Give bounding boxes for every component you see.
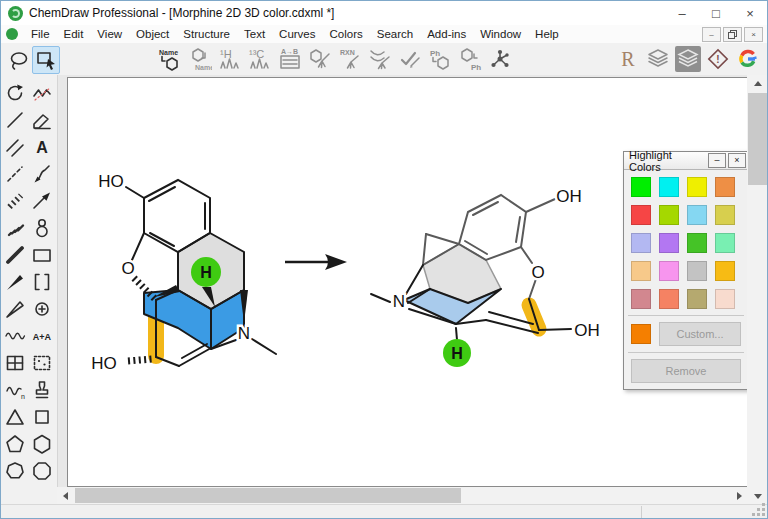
palette-title-bar[interactable]: Highlight Colors – × — [624, 152, 748, 170]
layers-button[interactable] — [645, 46, 671, 72]
vertical-scroll-thumb[interactable] — [748, 93, 768, 185]
color-swatch[interactable] — [715, 233, 735, 253]
menu-help[interactable]: Help — [528, 26, 566, 42]
mdi-restore-button[interactable] — [723, 27, 742, 42]
color-swatch[interactable] — [659, 205, 679, 225]
vertical-scrollbar[interactable] — [747, 75, 768, 504]
multiple-bond-tool[interactable] — [3, 135, 27, 159]
check-structure-button[interactable] — [397, 46, 423, 72]
color-swatch[interactable] — [631, 177, 651, 197]
rotate-tool[interactable] — [3, 81, 27, 105]
close-button[interactable]: × — [733, 2, 767, 24]
clean-up-biopolymer-button[interactable] — [367, 46, 393, 72]
horizontal-scrollbar[interactable] — [57, 487, 747, 504]
palette-close-button[interactable]: × — [728, 153, 746, 168]
scroll-left-arrow[interactable] — [57, 487, 73, 504]
palette-minimize-button[interactable]: – — [708, 153, 726, 168]
cyclohexane-tool[interactable] — [30, 432, 54, 456]
menu-curves[interactable]: Curves — [272, 26, 322, 42]
charge-tool[interactable] — [30, 297, 54, 321]
cyclobutane-tool[interactable] — [30, 405, 54, 429]
warning-button[interactable]: ! — [705, 46, 731, 72]
chain-tool[interactable] — [30, 81, 54, 105]
structure-to-name-button[interactable]: Name — [187, 46, 213, 72]
menu-edit[interactable]: Edit — [57, 26, 91, 42]
bold-bond-tool[interactable] — [3, 243, 27, 267]
bracket-tool[interactable] — [30, 270, 54, 294]
cyclopentane-tool[interactable] — [3, 432, 27, 456]
mdi-minimize-button[interactable]: – — [702, 27, 721, 42]
menu-search[interactable]: Search — [370, 26, 420, 42]
menu-colors[interactable]: Colors — [323, 26, 370, 42]
remove-highlight-button[interactable]: Remove — [631, 359, 741, 383]
color-swatch[interactable] — [687, 261, 707, 281]
atom-label-h-3d[interactable]: H — [451, 345, 463, 362]
color-swatch[interactable] — [687, 289, 707, 309]
menu-text[interactable]: Text — [237, 26, 272, 42]
current-color-swatch[interactable] — [631, 324, 651, 344]
cycloheptane-tool[interactable] — [3, 459, 27, 483]
predict-13c-nmr-button[interactable]: ¹³C — [247, 46, 273, 72]
atom-label-oh-top-3d[interactable]: OH — [556, 187, 582, 206]
color-swatch[interactable] — [715, 205, 735, 225]
hashed-bond-tool[interactable] — [3, 189, 27, 213]
menu-object[interactable]: Object — [129, 26, 176, 42]
orbital-tool[interactable] — [30, 216, 54, 240]
minimize-button[interactable]: – — [665, 2, 699, 24]
stamp-tool[interactable] — [30, 378, 54, 402]
solid-wedge-tool[interactable] — [3, 270, 27, 294]
atom-label-ho-bottom[interactable]: HO — [91, 354, 117, 373]
atom-map-tool[interactable]: A+A — [30, 324, 54, 348]
pen-tool[interactable] — [30, 162, 54, 186]
name-to-structure-button[interactable]: Name — [157, 46, 183, 72]
cyclopropane-tool[interactable] — [3, 405, 27, 429]
scroll-up-arrow[interactable] — [747, 75, 768, 91]
color-swatch[interactable] — [687, 177, 707, 197]
marquee-tool[interactable] — [32, 46, 60, 74]
color-swatch[interactable] — [659, 289, 679, 309]
color-swatch[interactable] — [715, 289, 735, 309]
color-swatch[interactable] — [659, 177, 679, 197]
eraser-tool[interactable] — [30, 108, 54, 132]
lasso-tool[interactable] — [6, 48, 32, 74]
color-swatch[interactable] — [659, 233, 679, 253]
cyclooctane-tool[interactable] — [30, 459, 54, 483]
revvity-button[interactable]: R — [615, 46, 641, 72]
atom-label-ho-top[interactable]: HO — [98, 172, 124, 191]
3d-model-button[interactable] — [487, 46, 513, 72]
custom-color-button[interactable]: Custom... — [659, 322, 741, 346]
clean-up-reaction-button[interactable]: RXN — [337, 46, 363, 72]
curve-tool[interactable]: n — [3, 378, 27, 402]
atom-label-oh-right-3d[interactable]: OH — [574, 321, 600, 340]
color-swatch[interactable] — [715, 177, 735, 197]
reaction-arrow[interactable] — [285, 254, 347, 270]
menu-view[interactable]: View — [90, 26, 129, 42]
menu-addins[interactable]: Add-ins — [420, 26, 473, 42]
solid-bond-tool[interactable] — [3, 108, 27, 132]
color-swatch[interactable] — [687, 205, 707, 225]
color-swatch[interactable] — [715, 261, 735, 281]
hollow-wedge-tool[interactable] — [3, 297, 27, 321]
menu-structure[interactable]: Structure — [176, 26, 237, 42]
color-swatch[interactable] — [631, 233, 651, 253]
table-tool[interactable] — [3, 351, 27, 375]
wavy-bond-tool[interactable] — [3, 324, 27, 348]
color-swatch[interactable] — [631, 289, 651, 309]
scroll-down-arrow[interactable] — [747, 488, 768, 504]
contract-label-button[interactable]: Ph — [457, 46, 483, 72]
atom-label-o-3d[interactable]: O — [531, 263, 544, 282]
color-swatch[interactable] — [687, 233, 707, 253]
scroll-right-arrow[interactable] — [731, 487, 747, 504]
google-search-button[interactable] — [735, 46, 761, 72]
layers-active-button[interactable] — [675, 46, 701, 72]
atom-label-h[interactable]: H — [200, 264, 212, 281]
atom-label-n-3d[interactable]: N — [393, 292, 405, 311]
molecule-3d[interactable]: OH O OH N H — [371, 187, 600, 367]
predict-1h-nmr-button[interactable]: ¹H — [217, 46, 243, 72]
maximize-button[interactable]: □ — [699, 2, 733, 24]
molecule-2d[interactable]: HO O HO N H — [91, 172, 276, 373]
hashed-wedge-tool[interactable] — [3, 216, 27, 240]
menu-file[interactable]: File — [24, 26, 57, 42]
atom-label-o[interactable]: O — [121, 259, 134, 278]
color-swatch[interactable] — [659, 261, 679, 281]
